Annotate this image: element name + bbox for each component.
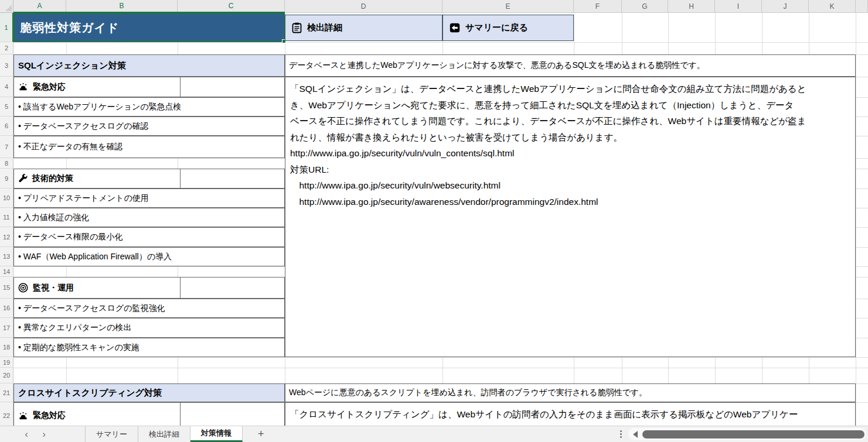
list-item[interactable]: • データベースアクセスログの確認 [13, 117, 285, 136]
group-technical-title: 技術的対策 [32, 173, 73, 184]
row-header-18[interactable]: 18 [0, 338, 13, 357]
scrollbar-thumb[interactable] [642, 430, 864, 438]
list-item-text: • データベースアクセスログの確認 [18, 121, 148, 132]
detail-text-line: 「クロスサイトスクリプティング」は、Webサイトの訪問者の入力をそのまま画面に表… [290, 406, 850, 423]
list-item-text: • 不正なデータの有無を確認 [18, 142, 122, 152]
row-header-5[interactable]: 5 [0, 97, 13, 117]
row-header-11[interactable]: 11 [0, 208, 13, 227]
column-header-A[interactable]: A [13, 0, 66, 13]
row-header-8[interactable]: 8 [0, 158, 13, 169]
gridline-horizontal [13, 368, 868, 368]
add-sheet-button[interactable]: + [243, 426, 280, 442]
detail-text-line: 対策URL: [290, 162, 850, 178]
column-header-J[interactable]: J [762, 0, 809, 13]
section-sql-detail-cell[interactable]: 「SQLインジェクション」は、データベースと連携したWebアプリケーションに問合… [285, 77, 856, 357]
gridline-vertical [856, 13, 856, 426]
column-header-F[interactable]: F [574, 0, 622, 13]
row-header-17[interactable]: 17 [0, 318, 13, 338]
select-all-corner[interactable] [0, 0, 13, 13]
group-xss-emergency-header-cell[interactable]: 緊急対応 [13, 402, 285, 426]
workbook-title-cell[interactable]: 脆弱性対策ガイド [13, 13, 285, 42]
row-header-3[interactable]: 3 [0, 54, 13, 77]
list-item-text: • プリペアドステートメントの使用 [18, 193, 149, 204]
list-item-text: • 定期的な脆弱性スキャンの実施 [18, 342, 139, 353]
list-item-text: • WAF（Web Application Firewall）の導入 [18, 252, 172, 262]
row-header-12[interactable]: 12 [0, 227, 13, 247]
row-header-19[interactable]: 19 [0, 357, 13, 368]
column-header-D[interactable]: D [285, 0, 442, 13]
section-sql-summary-cell[interactable]: データベースと連携したWebアプリケーションに対する攻撃で、悪意のあるSQL文を… [285, 54, 856, 77]
row-header-22[interactable]: 22 [0, 402, 13, 426]
wrench-icon [18, 174, 28, 183]
row-header-20[interactable]: 20 [0, 368, 13, 383]
scroll-left-arrow-icon[interactable] [633, 431, 638, 438]
horizontal-scrollbar[interactable] [628, 428, 866, 440]
sheet-tab-countermeasures[interactable]: 対策情報 [190, 426, 243, 442]
section-xss-detail-cell[interactable]: 「クロスサイトスクリプティング」は、Webサイトの訪問者の入力をそのまま画面に表… [285, 402, 856, 426]
back-to-summary-button[interactable]: サマリーに戻る [442, 15, 574, 41]
add-sheet-label: + [258, 428, 264, 440]
section-sql-title: SQLインジェクション対策 [18, 60, 126, 71]
list-item-text: • 異常なクエリパターンの検出 [18, 323, 131, 333]
list-item[interactable]: • WAF（Web Application Firewall）の導入 [13, 247, 285, 266]
return-icon [450, 23, 460, 33]
row-header-4[interactable]: 4 [0, 77, 13, 97]
column-header-B[interactable]: B [66, 0, 178, 13]
list-item[interactable]: • 入力値検証の強化 [13, 208, 285, 227]
row-header-13[interactable]: 13 [0, 247, 13, 266]
sheet-nav-prev-icon[interactable]: ‹ [18, 426, 35, 442]
list-item[interactable]: • 不正なデータの有無を確認 [13, 136, 285, 158]
list-item[interactable]: • プリペアドステートメントの使用 [13, 189, 285, 208]
row-header-1[interactable]: 1 [0, 13, 13, 42]
column-header-C[interactable]: C [178, 0, 285, 13]
list-item-text: • 該当するWebアプリケーションの緊急点検 [18, 102, 182, 112]
column-header-E[interactable]: E [442, 0, 574, 13]
row-header-21[interactable]: 21 [0, 383, 13, 402]
group-monitoring-title: 監視・運用 [33, 283, 74, 293]
sheet-tab-summary[interactable]: サマリー [85, 426, 138, 442]
list-item[interactable]: • データベース権限の最小化 [13, 227, 285, 247]
gridline-horizontal [13, 42, 868, 43]
gridline-horizontal [13, 357, 868, 358]
row-header-7[interactable]: 7 [0, 136, 13, 158]
siren-icon [18, 412, 28, 420]
list-item[interactable]: • 該当するWebアプリケーションの緊急点検 [13, 97, 285, 117]
sheet-tab-label: 検出詳細 [149, 429, 179, 440]
detail-text-line: き、Webアプリケーションへ宛てた要求に、悪意を持って細工されたSQL文を埋め込… [290, 97, 850, 114]
column-header-K[interactable]: K [809, 0, 856, 13]
clipboard-icon [292, 22, 302, 33]
group-emergency-header-cell[interactable]: 緊急対応 [13, 77, 285, 97]
selected-columns-underline [13, 12, 285, 13]
detail-link-button[interactable]: 検出詳細 [285, 15, 442, 41]
sheet-tab-detail[interactable]: 検出詳細 [138, 426, 190, 442]
row-header-6[interactable]: 6 [0, 117, 13, 136]
list-item[interactable]: • データベースアクセスログの監視強化 [13, 299, 285, 318]
row-header-2[interactable]: 2 [0, 42, 13, 54]
column-header-H[interactable]: H [668, 0, 715, 13]
column-header-G[interactable]: G [622, 0, 668, 13]
list-item[interactable]: • 定期的な脆弱性スキャンの実施 [13, 338, 285, 357]
group-xss-emergency-title: 緊急対応 [33, 410, 66, 421]
row-header-10[interactable]: 10 [0, 189, 13, 208]
column-header-I[interactable]: I [715, 0, 762, 13]
column-header-partial[interactable] [856, 0, 868, 13]
row-header-15[interactable]: 15 [0, 277, 13, 299]
sheet-tab-label: サマリー [96, 429, 127, 440]
section-xss-header-cell[interactable]: クロスサイトスクリプティング対策 [13, 383, 285, 402]
sheet-nav-next-icon[interactable]: › [35, 426, 53, 442]
tabbar-resize-grip[interactable] [617, 426, 625, 442]
spreadsheet-app: 脆弱性対策ガイド 検出詳細 サマリーに戻る SQLインジェクション対策 データベ… [0, 0, 868, 442]
group-technical-header-cell[interactable]: 技術的対策 [13, 169, 285, 189]
section-xss-summary-cell[interactable]: Webページに悪意のあるスクリプトを埋め込まれ、訪問者のブラウザで実行される脆弱… [285, 383, 856, 402]
group-monitoring-header-cell[interactable]: 監視・運用 [13, 277, 285, 299]
detail-text-line: 「SQLインジェクション」は、データベースと連携したWebアプリケーションに問合… [290, 81, 850, 97]
section-sql-header-cell[interactable]: SQLインジェクション対策 [13, 54, 285, 77]
cell-divider [180, 277, 181, 299]
list-item[interactable]: • 異常なクエリパターンの検出 [13, 318, 285, 338]
row-header-14[interactable]: 14 [0, 266, 13, 277]
row-header-16[interactable]: 16 [0, 299, 13, 318]
section-sql-summary: データベースと連携したWebアプリケーションに対する攻撃で、悪意のあるSQL文を… [289, 60, 705, 71]
target-icon [18, 283, 28, 293]
row-header-9[interactable]: 9 [0, 169, 13, 189]
sheet-grid[interactable]: 脆弱性対策ガイド 検出詳細 サマリーに戻る SQLインジェクション対策 データベ… [0, 0, 868, 426]
